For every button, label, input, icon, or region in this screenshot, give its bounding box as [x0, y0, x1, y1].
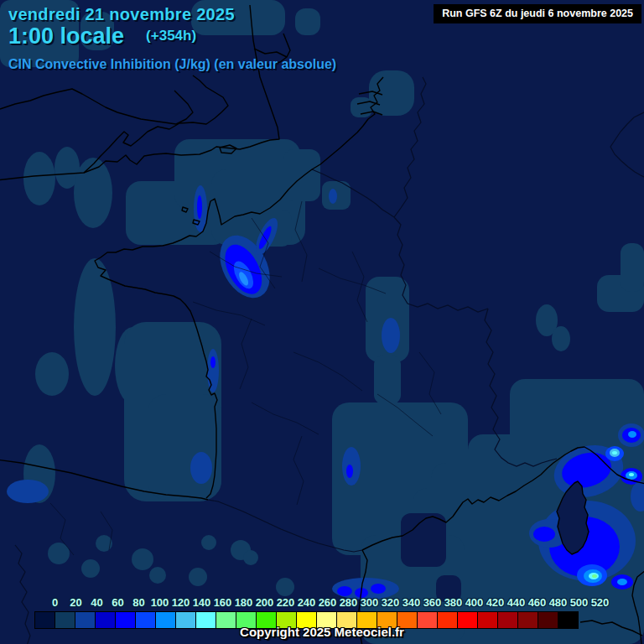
legend-value-label: 260 — [317, 596, 338, 609]
forecast-time-label: 1:00 locale — [8, 23, 124, 49]
forecast-time: 1:00 locale(+354h) — [8, 23, 196, 49]
legend-value-label: 520 — [589, 596, 610, 609]
weather-map-page: vendredi 21 novembre 2025 1:00 locale(+3… — [0, 0, 644, 644]
forecast-date: vendredi 21 novembre 2025 — [8, 5, 235, 24]
legend-value-label: 120 — [170, 596, 191, 609]
legend-value-label: 440 — [506, 596, 527, 609]
legend-value-label: 420 — [485, 596, 506, 609]
map-parameter-title: CIN Convective Inhibition (J/kg) (en val… — [8, 57, 336, 72]
weather-map — [0, 0, 644, 644]
legend-value-label: 380 — [443, 596, 464, 609]
legend-value-label: 100 — [149, 596, 170, 609]
legend-value-label: 180 — [233, 596, 254, 609]
legend-value-label: 0 — [44, 596, 65, 609]
legend-value-label: 360 — [422, 596, 443, 609]
legend-value-label: 240 — [296, 596, 317, 609]
legend-value-label: 500 — [569, 596, 589, 609]
legend-value-label: 200 — [254, 596, 275, 609]
legend-value-label: 280 — [338, 596, 359, 609]
legend-value-label: 320 — [380, 596, 401, 609]
model-run-info: Run GFS 6Z du jeudi 6 novembre 2025 — [434, 4, 641, 23]
legend-value-label: 140 — [191, 596, 212, 609]
legend-value-label: 60 — [107, 596, 128, 609]
legend-value-label: 20 — [65, 596, 86, 609]
legend-value-label: 300 — [359, 596, 380, 609]
legend-labels: 0204060801001201401601802002202402602803… — [44, 596, 610, 609]
legend-value-label: 80 — [128, 596, 149, 609]
legend-value-label: 160 — [212, 596, 233, 609]
copyright-text: Copyright 2025 Meteociel.fr — [0, 625, 644, 639]
legend-value-label: 460 — [527, 596, 548, 609]
forecast-offset: (+354h) — [146, 28, 196, 44]
legend-value-label: 340 — [401, 596, 422, 609]
legend-value-label: 220 — [275, 596, 296, 609]
legend-value-label: 400 — [464, 596, 485, 609]
legend-value-label: 480 — [548, 596, 569, 609]
legend-value-label: 40 — [86, 596, 107, 609]
